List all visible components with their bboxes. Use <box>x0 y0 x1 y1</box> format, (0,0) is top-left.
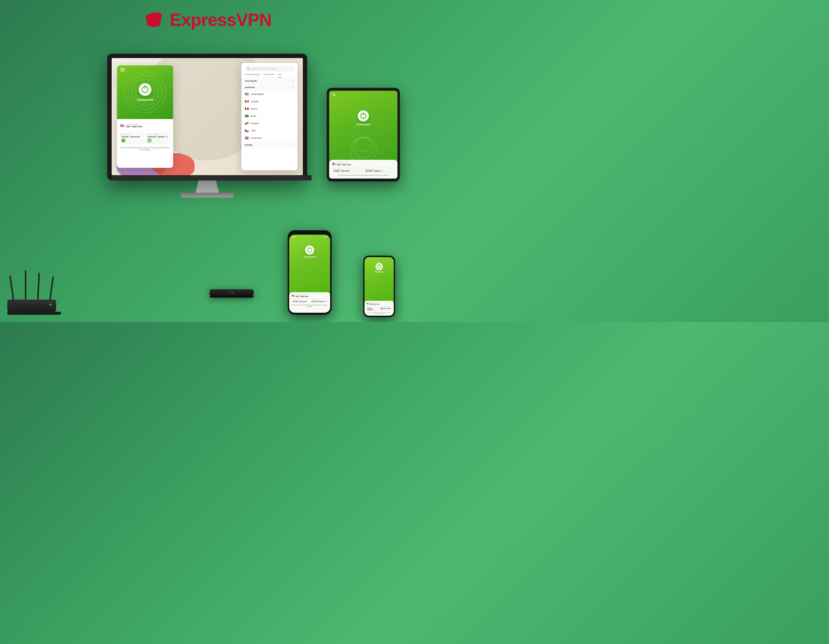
country-costa-rica[interactable]: 🇨🇷 Costa Rica <box>241 134 298 142</box>
phone2-recent-item[interactable]: Recent Location Australia - Sydney - 2 <box>380 306 392 311</box>
country-mexico[interactable]: 🇲🇽 Mexico <box>241 105 298 112</box>
phone-btn-back <box>296 309 302 310</box>
phone1-power-button[interactable] <box>305 245 314 255</box>
usa-flag: 🇺🇸 <box>120 123 125 128</box>
tablet-recent-item[interactable]: Recent Location Australia - Sydney - 2 <box>364 167 394 173</box>
picker-tabs: RECOMMENDED FAVORITES ALL <box>241 73 298 78</box>
battery-icon: ▮ <box>326 236 327 238</box>
phone2-body-card: 🇺🇸 Current Location USA New York Smart L… <box>364 301 394 316</box>
tablet-smart-item[interactable]: Smart Location Canada - Vancouver <box>332 167 362 173</box>
region-americas[interactable]: Americas ∧ <box>241 84 298 90</box>
appletv-wrapper:  tv <box>210 289 254 298</box>
phone2-power-button[interactable] <box>375 263 383 270</box>
router-base <box>7 312 61 315</box>
phone2-smart-name: Canada - Vancouver <box>367 308 378 311</box>
location-search-bar[interactable]: 🔍 Search for a city or country <box>244 66 295 71</box>
svg-point-2 <box>147 21 161 27</box>
phone1-wrapper: 9:41 ▲ ● ▮ Connected 🇺🇸 Selected Locatio… <box>288 230 332 315</box>
phone2-connected-label: Connected <box>375 271 383 273</box>
europe-label: Europe <box>245 144 252 146</box>
phone1-time: 9:41 <box>292 236 296 238</box>
vpn-app-panel[interactable]: Connected 🇺🇸 Current Location USA - New … <box>117 65 173 168</box>
country-left: 🇧🇷 Brazil <box>245 114 256 118</box>
phone1-status-icons: ▲ ● ▮ <box>322 236 327 238</box>
phone1-location-row: 🇺🇸 Selected Location USA - New York ··· <box>292 294 328 297</box>
router-antennas <box>7 270 56 300</box>
recent-location-label: Recent Location <box>148 134 169 135</box>
phone1-status-bar: 9:41 ▲ ● ▮ <box>289 235 330 238</box>
country-left: 🇨🇱 Chile <box>245 129 256 133</box>
current-location-row[interactable]: 🇺🇸 Current Location USA - New York ··· <box>120 122 170 130</box>
phone1-power-area: Connected <box>304 245 315 258</box>
phone1-recent-item[interactable]: Recent Location Australia - Sydney - 2 <box>310 298 328 303</box>
power-icon <box>142 86 148 93</box>
phone1-smart-item[interactable]: Smart Location Canada - Vancouver <box>292 298 309 303</box>
antenna-1 <box>9 275 14 300</box>
more-options-icon[interactable]: ··· <box>167 124 170 127</box>
monitor-screen: Connected 🇺🇸 Current Location USA - New … <box>112 58 303 175</box>
tablet-footer: If you're serious about protecting data,… <box>332 174 394 176</box>
phone2-location-name: USA New York <box>370 303 380 305</box>
phone1-outer: 9:41 ▲ ● ▮ Connected 🇺🇸 Selected Locatio… <box>288 230 332 315</box>
country-brazil[interactable]: 🇧🇷 Brazil › <box>241 112 298 120</box>
vpn-footer-text: If you're serious about protecting data,… <box>120 147 170 151</box>
appletv-base <box>210 296 254 298</box>
router-wrapper <box>7 270 61 315</box>
power-button[interactable] <box>139 83 151 96</box>
smart-location-name: Canada - Vancouver <box>121 136 143 138</box>
tab-recommended[interactable]: RECOMMENDED <box>244 73 260 77</box>
recent-location-connect-btn[interactable]: 🕐 <box>148 139 151 142</box>
country-left: 🇺🇸 United States <box>245 92 264 96</box>
expressvpn-icon <box>143 11 165 29</box>
phone2-power-icon <box>377 265 381 268</box>
smart-location-item[interactable]: Smart Location Canada - Vancouver ⚡ <box>120 132 144 144</box>
picker-list: Asia Pacific ∨ Americas ∧ 🇺🇸 United Stat… <box>241 78 298 148</box>
tab-all[interactable]: ALL <box>278 73 282 77</box>
us-flag-icon: 🇺🇸 <box>245 92 249 96</box>
mx-name: Mexico <box>251 107 258 110</box>
recent-location-item[interactable]: Recent Location Australia - Sydney - 2 🕐 <box>146 132 170 144</box>
recent-location-actions: 🕐 <box>148 139 169 142</box>
region-europe[interactable]: Europe ∨ <box>241 142 298 148</box>
phone2-wrapper: Connected 🇺🇸 Current Location USA New Yo… <box>363 256 395 317</box>
phone1-notch <box>303 232 317 235</box>
smart-location-connect-btn[interactable]: ⚡ <box>121 139 125 142</box>
apple-tv-logo-icon:  <box>229 291 231 295</box>
monitor-wrapper: Connected 🇺🇸 Current Location USA - New … <box>107 54 307 197</box>
phone2-smart-item[interactable]: Smart Location Canada - Vancouver <box>366 306 379 311</box>
phone2-recent-name: Australia - Sydney - 2 <box>380 308 391 311</box>
tab-favorites[interactable]: FAVORITES <box>263 73 274 77</box>
country-canada[interactable]: 🇨🇦 Canada › <box>241 98 298 105</box>
recent-location-name: Australia - Sydney - 2 <box>148 136 169 138</box>
country-chile[interactable]: 🇨🇱 Chile <box>241 127 298 134</box>
vpn-panel-header: Connected <box>117 65 173 119</box>
ca-name: Canada <box>251 100 258 103</box>
phone-btn-recent <box>317 309 323 310</box>
quick-locations-row: Smart Location Canada - Vancouver ⚡ Rece… <box>120 132 170 144</box>
phone1-connected-label: Connected <box>304 256 315 258</box>
search-icon: 🔍 <box>247 67 250 70</box>
tablet-outer: Connected 🇺🇸 Selected Location USA - New… <box>327 88 400 182</box>
cr-name: Costa Rica <box>251 137 262 139</box>
br-chevron-icon: › <box>293 115 294 117</box>
asia-pacific-chevron-icon: ∨ <box>293 80 294 82</box>
phone2-quick-row: Smart Location Canada - Vancouver Recent… <box>366 306 392 311</box>
logo-area: ExpressVPN <box>143 10 272 30</box>
region-asia-pacific[interactable]: Asia Pacific ∨ <box>241 78 298 84</box>
br-flag-icon: 🇧🇷 <box>245 114 249 118</box>
appletv-body:  tv <box>210 289 254 296</box>
phone1-bottom-bar <box>292 307 328 311</box>
country-panama[interactable]: 🇵🇦 Panama <box>241 120 298 127</box>
location-picker-panel[interactable]: 🔍 Search for a city or country RECOMMEND… <box>241 63 298 170</box>
phone2-footer: If you're serious about protecting data,… <box>366 312 392 314</box>
phone-btn-home <box>307 309 312 310</box>
country-left: 🇲🇽 Mexico <box>245 107 258 110</box>
phone1-screen: 9:41 ▲ ● ▮ Connected 🇺🇸 Selected Locatio… <box>289 235 330 313</box>
connected-label: Connected <box>137 98 153 101</box>
phone1-smart-name: Canada - Vancouver <box>293 301 308 302</box>
country-left: 🇨🇦 Canada <box>245 99 258 103</box>
country-united-states[interactable]: 🇺🇸 United States › <box>241 90 298 98</box>
tablet-power-button[interactable] <box>358 110 369 122</box>
vpn-panel-body: 🇺🇸 Current Location USA - New York ··· S… <box>117 119 173 153</box>
router-status-light <box>50 304 51 305</box>
